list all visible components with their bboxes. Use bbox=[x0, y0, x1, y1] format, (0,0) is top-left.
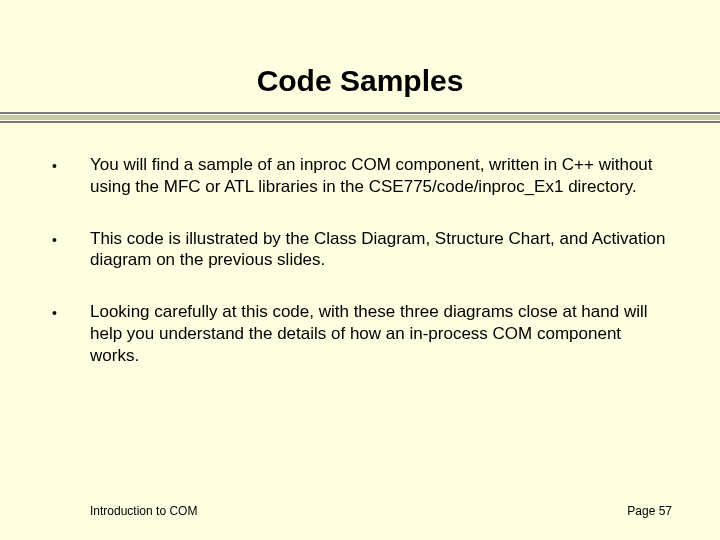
slide-content: • You will find a sample of an inproc CO… bbox=[0, 124, 720, 366]
footer-left-text: Introduction to COM bbox=[90, 504, 197, 518]
title-divider bbox=[0, 112, 720, 124]
bullet-item: • This code is illustrated by the Class … bbox=[48, 228, 672, 272]
bullet-icon: • bbox=[48, 154, 90, 174]
bullet-icon: • bbox=[48, 301, 90, 321]
slide-footer: Introduction to COM Page 57 bbox=[0, 504, 720, 518]
footer-page-number: Page 57 bbox=[627, 504, 672, 518]
bullet-item: • You will find a sample of an inproc CO… bbox=[48, 154, 672, 198]
slide: Code Samples • You will find a sample of… bbox=[0, 0, 720, 540]
bullet-text: Looking carefully at this code, with the… bbox=[90, 301, 672, 366]
slide-title: Code Samples bbox=[0, 0, 720, 112]
bullet-text: This code is illustrated by the Class Di… bbox=[90, 228, 672, 272]
bullet-item: • Looking carefully at this code, with t… bbox=[48, 301, 672, 366]
bullet-icon: • bbox=[48, 228, 90, 248]
bullet-text: You will find a sample of an inproc COM … bbox=[90, 154, 672, 198]
